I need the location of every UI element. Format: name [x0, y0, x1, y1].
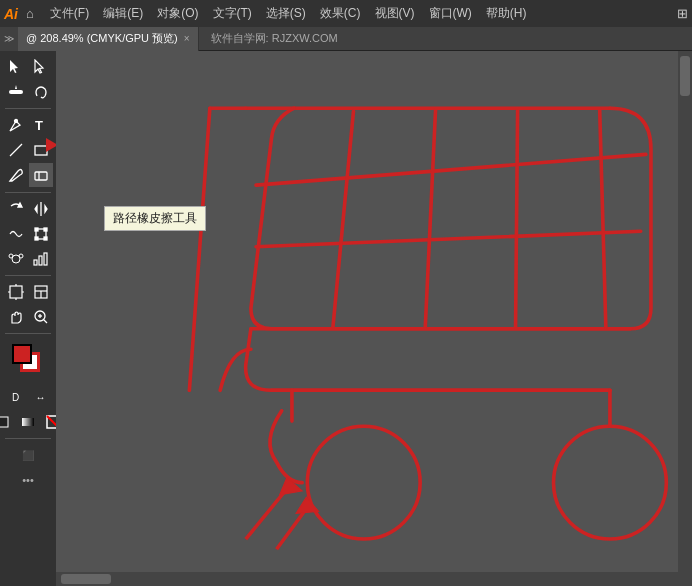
- symbol-tool[interactable]: [4, 247, 28, 271]
- rotate-tool[interactable]: [4, 197, 28, 221]
- tool-row-rotate: [4, 197, 53, 221]
- slice-tool[interactable]: [29, 280, 53, 304]
- tool-row-paint: [4, 163, 53, 187]
- tool-row-change-screen: ⬛: [16, 443, 40, 467]
- svg-marker-59: [296, 497, 319, 513]
- menu-text[interactable]: 文字(T): [207, 3, 258, 24]
- menu-help[interactable]: 帮助(H): [480, 3, 533, 24]
- svg-line-6: [10, 144, 22, 156]
- ai-logo: Ai: [4, 6, 18, 22]
- paintbrush-tool[interactable]: [4, 163, 28, 187]
- pen-tool[interactable]: [4, 113, 28, 137]
- canvas-area[interactable]: 路径橡皮擦工具: [56, 51, 692, 586]
- more-tools-button[interactable]: •••: [22, 474, 34, 486]
- tool-row-warp: [4, 222, 53, 246]
- svg-line-48: [516, 109, 518, 326]
- menu-view[interactable]: 视图(V): [369, 3, 421, 24]
- tool-row-pen2: T: [4, 113, 53, 137]
- svg-rect-38: [0, 417, 8, 427]
- swap-colors-icon[interactable]: ↔: [29, 385, 53, 409]
- reflect-tool[interactable]: [29, 197, 53, 221]
- active-tab[interactable]: @ 208.49% (CMYK/GPU 预览) ×: [18, 27, 199, 51]
- free-transform-tool[interactable]: [29, 222, 53, 246]
- graph-tool[interactable]: [29, 247, 53, 271]
- magic-wand-tool[interactable]: [4, 80, 28, 104]
- svg-line-46: [333, 111, 354, 326]
- svg-line-35: [43, 320, 47, 324]
- menu-bar: Ai ⌂ 文件(F) 编辑(E) 对象(O) 文字(T) 选择(S) 效果(C)…: [0, 0, 692, 27]
- separator-2: [5, 192, 51, 193]
- svg-rect-23: [34, 260, 37, 265]
- menu-effect[interactable]: 效果(C): [314, 3, 367, 24]
- svg-point-54: [554, 426, 667, 539]
- svg-rect-8: [35, 172, 47, 180]
- svg-point-22: [19, 254, 23, 258]
- warp-tool[interactable]: [4, 222, 28, 246]
- selection-tool[interactable]: [4, 55, 28, 79]
- fill-box-icon[interactable]: [0, 410, 15, 434]
- svg-point-21: [9, 254, 13, 258]
- tab-bar: ≫ @ 208.49% (CMYK/GPU 预览) × 软件自学网: RJZXW…: [0, 27, 692, 51]
- scrollbar-vertical[interactable]: [678, 51, 692, 586]
- svg-point-4: [14, 120, 17, 123]
- tool-row-bw: D ↔: [4, 385, 53, 409]
- svg-rect-18: [35, 237, 38, 240]
- panel-expand-button[interactable]: ≫: [0, 27, 18, 51]
- svg-rect-26: [10, 286, 22, 298]
- svg-rect-19: [44, 237, 47, 240]
- path-eraser-tool[interactable]: [29, 163, 53, 187]
- svg-rect-16: [35, 228, 38, 231]
- svg-point-53: [307, 426, 420, 539]
- menu-edit[interactable]: 编辑(E): [97, 3, 149, 24]
- separator-4: [5, 333, 51, 334]
- tool-row-line: [4, 138, 53, 162]
- menu-file[interactable]: 文件(F): [44, 3, 95, 24]
- line-tool[interactable]: [4, 138, 28, 162]
- gradient-icon[interactable]: [16, 410, 40, 434]
- svg-line-51: [189, 108, 210, 390]
- tool-row-slice: [4, 280, 53, 304]
- tool-row-selection: [4, 55, 53, 79]
- fill-front-swatch[interactable]: [12, 344, 32, 364]
- zoom-tool[interactable]: [29, 305, 53, 329]
- tab-site-label: 软件自学网: RJZXW.COM: [199, 31, 350, 46]
- rect-tool[interactable]: [29, 138, 53, 162]
- menu-window[interactable]: 窗口(W): [423, 3, 478, 24]
- home-icon[interactable]: ⌂: [26, 6, 34, 21]
- canvas-svg: [56, 51, 692, 586]
- svg-rect-39: [22, 418, 34, 426]
- svg-text:T: T: [35, 118, 43, 133]
- svg-rect-2: [9, 90, 23, 94]
- svg-marker-1: [35, 60, 43, 73]
- svg-marker-14: [45, 206, 47, 212]
- separator-5: [5, 438, 51, 439]
- change-screen-mode[interactable]: ⬛: [16, 443, 40, 467]
- artboard-tool[interactable]: [4, 280, 28, 304]
- tool-row-pen: [4, 80, 53, 104]
- svg-rect-25: [44, 253, 47, 265]
- menu-object[interactable]: 对象(O): [151, 3, 204, 24]
- lasso-tool[interactable]: [29, 80, 53, 104]
- tool-row-hand: [4, 305, 53, 329]
- scrollbar-horizontal[interactable]: [56, 572, 678, 586]
- workspace-icon[interactable]: ⊞: [677, 6, 688, 21]
- svg-marker-0: [10, 60, 18, 73]
- svg-marker-3: [15, 85, 17, 89]
- separator-1: [5, 108, 51, 109]
- svg-line-44: [256, 154, 646, 185]
- type-tool[interactable]: T: [29, 113, 53, 137]
- hand-tool[interactable]: [4, 305, 28, 329]
- tab-label: @ 208.49% (CMYK/GPU 预览): [26, 31, 178, 46]
- tab-close-button[interactable]: ×: [184, 33, 190, 44]
- svg-line-45: [256, 231, 641, 246]
- separator-3: [5, 275, 51, 276]
- main-area: T: [0, 51, 692, 586]
- tool-row-symbol: [4, 247, 53, 271]
- menu-select[interactable]: 选择(S): [260, 3, 312, 24]
- svg-rect-24: [39, 256, 42, 265]
- scrollbar-thumb-horizontal[interactable]: [61, 574, 111, 584]
- scrollbar-thumb-vertical[interactable]: [680, 56, 690, 96]
- default-colors-icon[interactable]: D: [4, 385, 28, 409]
- direct-selection-tool[interactable]: [29, 55, 53, 79]
- svg-marker-13: [35, 206, 37, 212]
